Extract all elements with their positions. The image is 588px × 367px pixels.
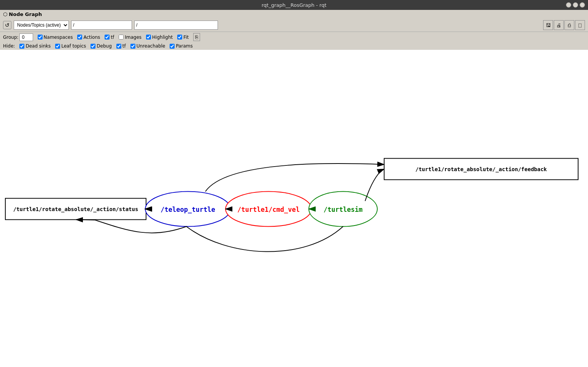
images-option[interactable]: Images xyxy=(119,35,141,40)
panel-icon: ⬡ xyxy=(3,11,7,17)
unreachable-checkbox[interactable] xyxy=(130,44,135,49)
dead-sinks-label: Dead sinks xyxy=(25,43,51,49)
refresh-button[interactable]: ↺ xyxy=(3,21,11,29)
feedback-label: /turtle1/rotate_absolute/_action/feedbac… xyxy=(415,166,547,173)
group-spinner: Group: xyxy=(3,33,33,41)
actions-option[interactable]: Actions xyxy=(77,35,100,40)
tf-label: tf xyxy=(111,35,114,40)
restore-button[interactable]: □ xyxy=(573,2,578,8)
dead-sinks-checkbox[interactable] xyxy=(19,44,24,49)
print-button[interactable]: 🖨 xyxy=(554,20,564,30)
graph-svg: /turtle1/rotate_absolute/_action/status … xyxy=(0,50,588,367)
fit-checkbox[interactable] xyxy=(177,35,182,40)
tf-hide-checkbox[interactable] xyxy=(116,44,121,49)
highlight-checkbox[interactable] xyxy=(146,35,151,40)
tf-checkbox[interactable] xyxy=(105,35,110,40)
group-input[interactable] xyxy=(19,33,33,41)
panel-title-text: Node Graph xyxy=(9,11,42,17)
panel-title: ⬡ Node Graph xyxy=(0,10,588,19)
tf-hide-option[interactable]: tf xyxy=(116,43,126,49)
leaf-topics-label: Leaf topics xyxy=(61,43,86,49)
highlight-option[interactable]: Highlight xyxy=(146,35,173,40)
title-bar-buttons[interactable]: − □ ✕ xyxy=(566,2,585,8)
debug-option[interactable]: Debug xyxy=(91,43,111,49)
edge-teleop-feedback xyxy=(205,164,384,192)
copy-button[interactable]: ⎘ xyxy=(193,33,200,41)
namespaces-option[interactable]: Namespaces xyxy=(38,35,73,40)
edge-turtlesim-feedback xyxy=(365,169,384,201)
group-label: Group: xyxy=(3,35,19,40)
fit-label: Fit xyxy=(183,35,189,40)
actions-checkbox[interactable] xyxy=(77,35,82,40)
teleop-label: /teleop_turtle xyxy=(161,206,215,213)
leaf-topics-option[interactable]: Leaf topics xyxy=(55,43,86,49)
fit-option[interactable]: Fit xyxy=(177,35,189,40)
unreachable-label: Unreachable xyxy=(137,43,165,49)
turtlesim-label: /turtlesim xyxy=(324,206,362,213)
view-mode-dropdown[interactable]: Nodes/Topics (active) Nodes only Nodes/T… xyxy=(14,21,69,30)
namespaces-checkbox[interactable] xyxy=(38,35,43,40)
filter2-input[interactable] xyxy=(134,21,218,30)
save-button[interactable]: 🖫 xyxy=(543,20,553,30)
toolbar: ↺ Nodes/Topics (active) Nodes only Nodes… xyxy=(0,19,588,32)
filter1-input[interactable] xyxy=(71,21,132,30)
tf-option[interactable]: tf xyxy=(105,35,114,40)
close-button[interactable]: ✕ xyxy=(580,2,585,8)
status-label: /turtle1/rotate_absolute/_action/status xyxy=(13,206,138,213)
dead-sinks-option[interactable]: Dead sinks xyxy=(19,43,51,49)
params-checkbox[interactable] xyxy=(170,44,175,49)
debug-checkbox[interactable] xyxy=(91,44,95,49)
window-title: rqt_graph__RosGraph - rqt xyxy=(262,2,327,8)
title-bar: rqt_graph__RosGraph - rqt − □ ✕ xyxy=(0,0,588,10)
debug-label: Debug xyxy=(97,43,111,49)
export-button[interactable]: ⎙ xyxy=(564,20,574,30)
namespaces-label: Namespaces xyxy=(44,35,73,40)
images-label: Images xyxy=(125,35,141,40)
hide-label: Hide: xyxy=(3,43,15,49)
params-label: Params xyxy=(176,43,192,49)
minimize-button[interactable]: − xyxy=(566,2,571,8)
options-row2: Hide: Dead sinks Leaf topics Debug tf Un… xyxy=(0,42,588,50)
images-checkbox[interactable] xyxy=(119,35,124,40)
tf-hide-label: tf xyxy=(122,43,126,49)
actions-label: Actions xyxy=(83,35,100,40)
highlight-label: Highlight xyxy=(152,35,173,40)
layout-button[interactable]: ⎕ xyxy=(575,20,585,30)
unreachable-option[interactable]: Unreachable xyxy=(130,43,165,49)
options-row1: Group: Namespaces Actions tf Images High… xyxy=(0,32,588,42)
cmdvel-label: /turtle1/cmd_vel xyxy=(237,206,300,213)
toolbar-right-buttons: 🖫 🖨 ⎙ ⎕ xyxy=(543,20,585,30)
params-option[interactable]: Params xyxy=(170,43,192,49)
leaf-topics-checkbox[interactable] xyxy=(55,44,60,49)
canvas-area[interactable]: /turtle1/rotate_absolute/_action/status … xyxy=(0,50,588,367)
